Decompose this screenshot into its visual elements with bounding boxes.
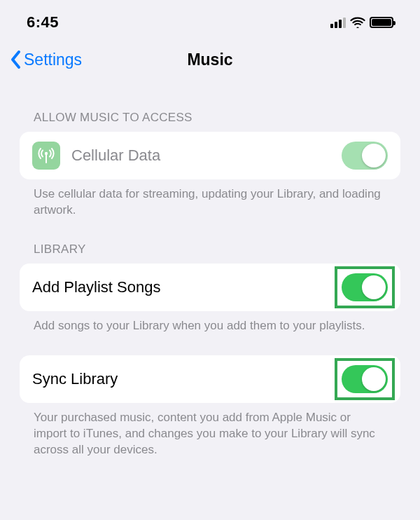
section-access: Allow Music to Access Cellular Data Use … [0, 111, 420, 219]
sync-library-label: Sync Library [32, 370, 323, 388]
highlight-add-playlist-toggle [335, 266, 395, 308]
row-sync-library[interactable]: Sync Library [20, 355, 400, 403]
cellular-antenna-icon [32, 142, 60, 170]
nav-header: Settings Music [0, 39, 420, 80]
cellular-data-toggle[interactable] [342, 142, 388, 170]
row-cellular-data[interactable]: Cellular Data [20, 132, 400, 179]
add-playlist-songs-label: Add Playlist Songs [32, 278, 323, 296]
section-header-library: Library [20, 242, 400, 264]
status-time: 6:45 [27, 13, 59, 32]
chevron-left-icon [10, 50, 22, 69]
sync-library-toggle[interactable] [342, 365, 388, 393]
highlight-sync-library-toggle [335, 358, 395, 400]
add-playlist-songs-footer: Add songs to your Library when you add t… [20, 311, 400, 334]
back-label: Settings [24, 50, 82, 69]
add-playlist-songs-toggle[interactable] [342, 273, 388, 301]
wifi-icon [350, 17, 365, 28]
back-button[interactable]: Settings [0, 50, 82, 69]
cellular-data-label: Cellular Data [71, 146, 330, 165]
section-library: Library Add Playlist Songs Add songs to … [0, 242, 420, 458]
sync-library-footer: Your purchased music, content you add fr… [20, 403, 400, 458]
status-icons [330, 17, 393, 28]
row-add-playlist-songs[interactable]: Add Playlist Songs [20, 264, 400, 311]
status-bar: 6:45 [0, 0, 420, 39]
section-header-access: Allow Music to Access [20, 111, 400, 132]
cellular-data-footer: Use cellular data for streaming, updatin… [20, 179, 400, 219]
battery-icon [370, 17, 393, 28]
cellular-signal-icon [330, 17, 346, 28]
